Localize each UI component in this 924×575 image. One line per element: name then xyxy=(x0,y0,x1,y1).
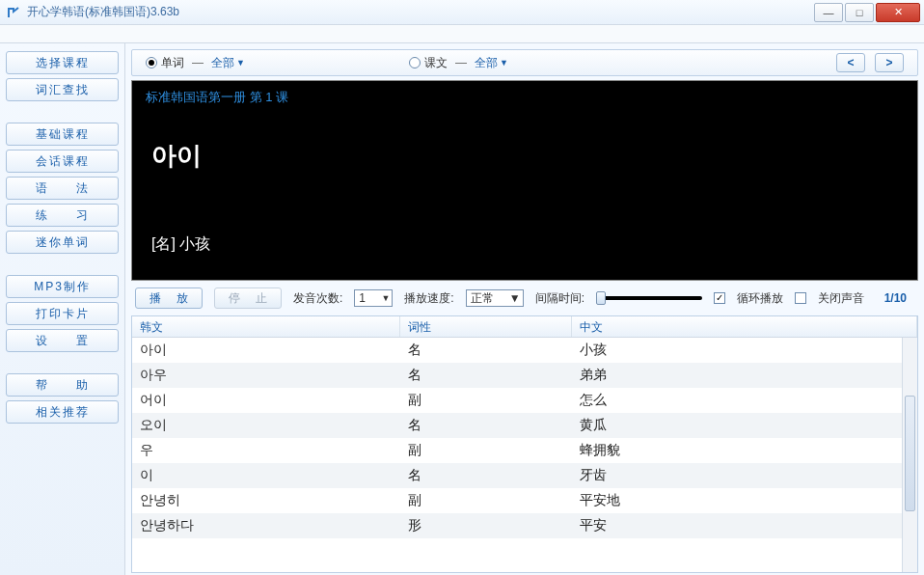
filter-bar: 单词 — 全部 ▼ 课文 — 全部 ▼ < > xyxy=(131,49,918,76)
cell-c2: 副 xyxy=(400,492,572,509)
sidebar-item-11[interactable]: 设 置 xyxy=(6,329,119,352)
next-button[interactable]: > xyxy=(875,53,904,72)
chevron-down-icon: ▼ xyxy=(381,293,390,303)
table-row[interactable]: 안녕하다形平安 xyxy=(132,513,917,538)
sidebar-item-3[interactable]: 基础课程 xyxy=(6,123,119,146)
vocab-table: 韩文 词性 中文 아이名小孩아우名弟弟어이副怎么오이名黄瓜우副蜂拥貌이名牙齿안녕… xyxy=(131,315,918,573)
speed-select[interactable]: 正常 ▼ xyxy=(466,289,524,307)
sidebar-item-0[interactable]: 选择课程 xyxy=(6,51,119,74)
loop-checkbox[interactable] xyxy=(714,292,725,304)
mode-text-group[interactable]: 课文 — 全部 ▼ xyxy=(409,55,508,71)
cell-c2: 名 xyxy=(400,367,572,384)
sidebar-item-4[interactable]: 会话课程 xyxy=(6,150,119,173)
cell-c2: 形 xyxy=(400,517,572,534)
playback-controls: 播 放 停 止 发音次数: 1 ▼ 播放速度: 正常 ▼ 间隔时间: 循环播放 … xyxy=(131,285,918,312)
close-button[interactable]: ✕ xyxy=(876,3,920,22)
scrollbar-thumb[interactable] xyxy=(905,396,915,511)
table-header: 韩文 词性 中文 xyxy=(132,316,917,338)
slider-thumb[interactable] xyxy=(596,291,606,305)
sidebar-item-10[interactable]: 打印卡片 xyxy=(6,302,119,325)
app-icon xyxy=(6,5,21,20)
cell-c3: 黄瓜 xyxy=(572,417,917,434)
mute-checkbox[interactable] xyxy=(795,292,806,304)
table-row[interactable]: 안녕히副平安地 xyxy=(132,488,917,513)
cell-c3: 怎么 xyxy=(572,392,917,409)
mode-text-label: 课文 xyxy=(424,55,448,71)
play-button[interactable]: 播 放 xyxy=(135,288,203,309)
count-label: 发音次数: xyxy=(293,290,342,307)
cell-c3: 小孩 xyxy=(572,342,917,359)
faded-toolbar-strip xyxy=(0,25,924,42)
cell-c1: 아이 xyxy=(132,342,400,359)
cell-c1: 안녕하다 xyxy=(132,517,400,534)
cell-c2: 副 xyxy=(400,392,572,409)
cell-c3: 蜂拥貌 xyxy=(572,442,917,459)
col-korean[interactable]: 韩文 xyxy=(132,316,400,337)
sidebar-item-6[interactable]: 练 习 xyxy=(6,204,119,227)
radio-text[interactable] xyxy=(409,57,421,68)
cell-c2: 名 xyxy=(400,417,572,434)
chevron-down-icon: ▼ xyxy=(509,291,521,305)
scope-text-dropdown[interactable]: 全部 ▼ xyxy=(475,55,508,71)
titlebar: 开心学韩语(标准韩国语)3.63b — □ ✕ xyxy=(0,0,924,25)
minimize-button[interactable]: — xyxy=(814,3,843,22)
table-row[interactable]: 어이副怎么 xyxy=(132,388,917,413)
cell-c1: 어이 xyxy=(132,392,400,409)
display-korean-word: 아이 xyxy=(151,139,904,173)
speed-label: 播放速度: xyxy=(404,290,453,307)
prev-button[interactable]: < xyxy=(836,53,865,72)
sidebar-item-1[interactable]: 词汇查找 xyxy=(6,78,119,101)
lesson-title: 标准韩国语第一册 第 1 课 xyxy=(146,89,904,106)
table-row[interactable]: 오이名黄瓜 xyxy=(132,413,917,438)
stop-button[interactable]: 停 止 xyxy=(214,288,282,309)
col-chinese[interactable]: 中文 xyxy=(572,316,917,337)
mode-word-group[interactable]: 单词 — 全部 ▼ xyxy=(146,55,245,71)
cell-c2: 名 xyxy=(400,467,572,484)
table-row[interactable]: 아이名小孩 xyxy=(132,338,917,363)
vertical-scrollbar[interactable] xyxy=(902,338,917,572)
cell-c3: 牙齿 xyxy=(572,467,917,484)
cell-c1: 우 xyxy=(132,442,400,459)
col-pos[interactable]: 词性 xyxy=(400,316,572,337)
cell-c1: 이 xyxy=(132,467,400,484)
sidebar: 选择课程词汇查找基础课程会话课程语 法练 习迷你单词MP3制作打印卡片设 置帮 … xyxy=(0,43,125,575)
sidebar-item-7[interactable]: 迷你单词 xyxy=(6,231,119,254)
window-title: 开心学韩语(标准韩国语)3.63b xyxy=(27,4,812,20)
cell-c2: 名 xyxy=(400,342,572,359)
cell-c3: 平安地 xyxy=(572,492,917,509)
cell-c1: 아우 xyxy=(132,367,400,384)
table-row[interactable]: 이名牙齿 xyxy=(132,463,917,488)
count-select[interactable]: 1 ▼ xyxy=(354,289,393,307)
maximize-button[interactable]: □ xyxy=(845,3,874,22)
table-row[interactable]: 우副蜂拥貌 xyxy=(132,438,917,463)
interval-label: 间隔时间: xyxy=(535,290,584,307)
scope-word-dropdown[interactable]: 全部 ▼ xyxy=(211,55,245,71)
table-body[interactable]: 아이名小孩아우名弟弟어이副怎么오이名黄瓜우副蜂拥貌이名牙齿안녕히副平安地안녕하다… xyxy=(132,338,917,572)
radio-word[interactable] xyxy=(146,57,157,68)
chevron-down-icon: ▼ xyxy=(500,58,508,68)
cell-c1: 안녕히 xyxy=(132,492,400,509)
sidebar-item-9[interactable]: MP3制作 xyxy=(6,275,119,298)
progress-counter: 1/10 xyxy=(884,291,914,305)
cell-c1: 오이 xyxy=(132,417,400,434)
chevron-down-icon: ▼ xyxy=(236,58,245,68)
content-area: 单词 — 全部 ▼ 课文 — 全部 ▼ < > xyxy=(125,43,924,575)
cell-c3: 弟弟 xyxy=(572,367,917,384)
display-meaning: [名] 小孩 xyxy=(151,234,904,255)
sidebar-item-13[interactable]: 帮 助 xyxy=(6,373,119,397)
mute-label: 关闭声音 xyxy=(818,290,864,307)
sidebar-item-14[interactable]: 相关推荐 xyxy=(6,400,119,424)
loop-label: 循环播放 xyxy=(737,290,783,307)
mode-word-label: 单词 xyxy=(161,55,184,71)
cell-c2: 副 xyxy=(400,442,572,459)
sidebar-item-5[interactable]: 语 法 xyxy=(6,177,119,200)
display-panel: 标准韩国语第一册 第 1 课 아이 [名] 小孩 xyxy=(131,80,918,281)
interval-slider[interactable] xyxy=(596,296,702,300)
table-row[interactable]: 아우名弟弟 xyxy=(132,363,917,388)
cell-c3: 平安 xyxy=(572,517,917,534)
